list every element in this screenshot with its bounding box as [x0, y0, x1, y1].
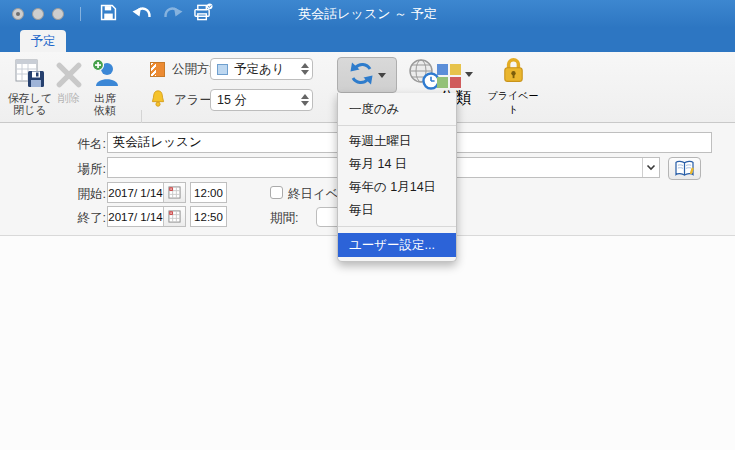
invite-attendees-button[interactable]: 出席 依頼	[84, 55, 126, 116]
delete-label: 削除	[50, 92, 88, 104]
lock-icon	[484, 55, 542, 89]
start-date-value: 2017/ 1/14	[108, 183, 163, 202]
invite-label-line2: 依頼	[94, 104, 116, 116]
start-label: 開始:	[20, 186, 106, 203]
recurrence-button[interactable]	[337, 57, 397, 93]
chevron-down-icon	[646, 164, 656, 171]
show-as-combobox[interactable]: 予定あり	[210, 58, 313, 80]
menu-item-once[interactable]: 一度のみ	[338, 98, 456, 121]
menu-separator	[338, 125, 456, 126]
end-date-picker-button[interactable]	[163, 207, 185, 226]
menu-item-custom[interactable]: ユーザー設定...	[338, 233, 456, 257]
calendar-icon	[168, 186, 181, 199]
ribbon-tabbar: 予定	[0, 28, 735, 52]
end-date-value: 2017/ 1/14	[108, 207, 163, 226]
start-date-picker-button[interactable]	[163, 183, 185, 202]
stepper-down-icon	[301, 101, 309, 106]
invite-label-line1: 出席	[94, 92, 116, 104]
menu-separator	[338, 226, 456, 227]
save-close-button[interactable]: 保存して 閉じる	[6, 55, 54, 116]
reminder-stepper[interactable]	[297, 90, 312, 110]
busy-status-icon	[150, 62, 165, 77]
delete-button: 削除	[50, 55, 88, 104]
menu-item-daily[interactable]: 毎日	[338, 199, 456, 222]
address-book-button[interactable]	[668, 157, 701, 180]
location-label: 場所:	[20, 161, 106, 178]
reminder-value: 15 分	[217, 92, 297, 109]
recurrence-icon	[348, 60, 375, 91]
reminder-combobox[interactable]: 15 分	[210, 89, 313, 111]
show-as-value: 予定あり	[234, 61, 297, 78]
private-button[interactable]: プライベート	[484, 55, 542, 117]
recurrence-menu: 一度のみ 毎週土曜日 毎月 14 日 毎年の 1月14日 毎日 ユーザー設定..…	[337, 93, 457, 262]
categorize-dropdown-arrow-icon	[465, 72, 473, 77]
menu-item-monthly[interactable]: 毎月 14 日	[338, 153, 456, 176]
stepper-up-icon	[301, 94, 309, 99]
stepper-down-icon	[301, 70, 309, 75]
save-close-label-line2: 閉じる	[13, 104, 47, 116]
recurrence-dropdown-arrow-icon	[378, 73, 386, 78]
menu-item-weekly[interactable]: 毎週土曜日	[338, 130, 456, 153]
subject-label: 件名:	[20, 136, 106, 153]
start-time-field[interactable]: 12:00	[190, 182, 227, 203]
calendar-icon	[168, 210, 181, 223]
end-date-field[interactable]: 2017/ 1/14	[107, 206, 186, 227]
titlebar: 英会話レッスン ～ 予定	[0, 0, 735, 28]
address-book-icon	[674, 160, 695, 177]
content-area	[0, 237, 735, 450]
private-label: プライベート	[484, 89, 542, 117]
menu-item-yearly[interactable]: 毎年の 1月14日	[338, 176, 456, 199]
categorize-icon	[437, 64, 461, 88]
free-status-icon	[217, 64, 228, 75]
end-label: 終了:	[20, 210, 106, 227]
bell-icon	[149, 89, 167, 112]
stepper-up-icon	[301, 63, 309, 68]
end-time-field[interactable]: 12:50	[190, 206, 227, 227]
start-date-field[interactable]: 2017/ 1/14	[107, 182, 186, 203]
tab-appointment[interactable]: 予定	[20, 30, 66, 52]
save-close-icon	[6, 55, 54, 89]
window-title: 英会話レッスン ～ 予定	[0, 0, 735, 28]
save-close-label-line1: 保存して	[8, 92, 53, 104]
allday-checkbox[interactable]	[270, 186, 283, 199]
appointment-window: 英会話レッスン ～ 予定 予定 保存して 閉じる	[0, 0, 735, 450]
invite-attendees-icon	[84, 55, 126, 89]
duration-label: 期間:	[270, 210, 298, 227]
show-as-stepper[interactable]	[297, 59, 312, 79]
delete-icon	[50, 55, 88, 89]
location-dropdown-button[interactable]	[642, 158, 659, 177]
